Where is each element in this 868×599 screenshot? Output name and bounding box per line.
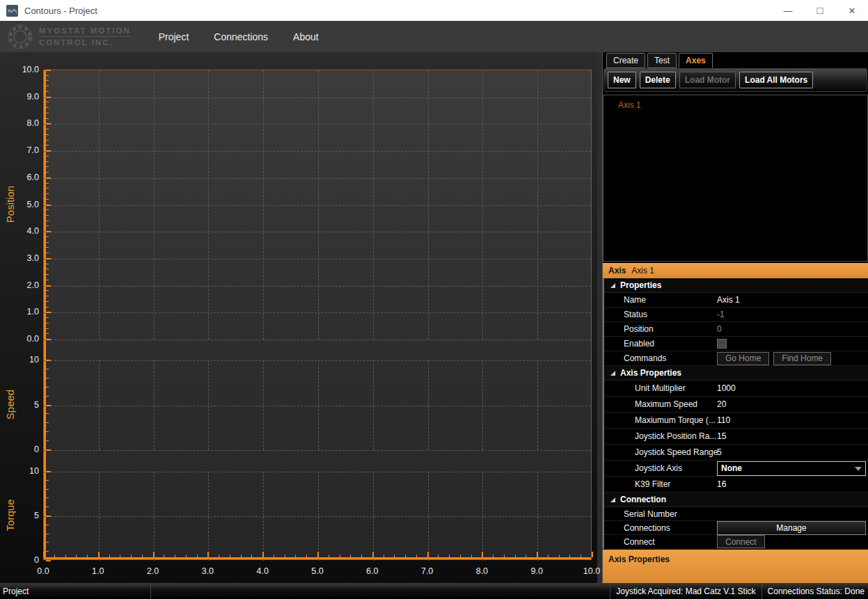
property-label-k39-filter: K39 Filter <box>604 479 670 489</box>
x-tick <box>438 554 439 557</box>
menu-item-about[interactable]: About <box>283 27 329 47</box>
x-tick <box>87 554 88 557</box>
app-window: Contours - Project — □ ✕ MYOSTAT MOTION … <box>0 0 868 599</box>
chart-region: 10.09.08.07.06.05.04.03.02.01.00.0Positi… <box>0 52 597 583</box>
selection-header: Axis Axis 1 <box>603 263 868 278</box>
menu-item-project[interactable]: Project <box>149 27 199 47</box>
y-tick <box>46 506 49 507</box>
gridline <box>373 472 374 561</box>
property-value-serial-number[interactable] <box>717 507 866 520</box>
x-tick-label: 7.0 <box>412 566 443 576</box>
enabled-checkbox[interactable] <box>717 339 727 349</box>
property-label-position: Position <box>604 324 654 334</box>
property-value-name[interactable]: Axis 1 <box>717 293 866 307</box>
manage-button[interactable]: Manage <box>717 521 866 535</box>
property-label-enabled: Enabled <box>604 339 654 349</box>
property-label-joystick-speed-range: Joystick Speed Range <box>604 447 718 457</box>
y-tick <box>46 312 51 313</box>
y-tick <box>46 253 49 253</box>
gridline <box>208 360 209 450</box>
gridline <box>44 406 591 406</box>
property-row-serial-number: Serial Number <box>604 507 868 521</box>
y-tick <box>46 387 49 388</box>
y-tick <box>46 328 49 329</box>
y-tick <box>46 339 51 340</box>
y-tick <box>46 280 49 280</box>
property-row-maxiumum-torque: Maxiumum Torque (...110 <box>604 413 868 429</box>
property-label-commands: Commands <box>604 353 666 363</box>
y-tick <box>46 231 51 232</box>
gridline <box>44 97 591 98</box>
gear-logo-icon <box>7 24 33 50</box>
menu-item-connections[interactable]: Connections <box>204 27 278 47</box>
gridline <box>428 360 429 450</box>
joystick-axis-dropdown[interactable]: None <box>717 461 866 476</box>
property-value-maxiumum-torque[interactable]: 110 <box>717 413 866 428</box>
x-tick <box>449 554 450 557</box>
x-tick <box>120 554 120 557</box>
tab-test[interactable]: Test <box>647 53 677 68</box>
value-readonly: -1 <box>717 310 725 319</box>
close-button[interactable]: ✕ <box>836 0 868 21</box>
menu-items: ProjectConnectionsAbout <box>149 27 334 47</box>
axis-list[interactable]: Axis 1 <box>603 95 868 262</box>
minimize-button[interactable]: — <box>772 0 804 21</box>
property-label-joystick-position-ra: Joystick Position Ra... <box>604 431 716 441</box>
gridline <box>44 259 591 259</box>
maximize-button[interactable]: □ <box>804 0 836 21</box>
connect-button: Connect <box>717 535 765 548</box>
panel-splitter[interactable] <box>597 52 603 583</box>
x-tick <box>350 554 351 557</box>
x-tick <box>515 554 516 557</box>
selection-category: Axis <box>608 266 626 275</box>
property-value-joystick-speed-range[interactable]: 5 <box>717 445 866 460</box>
y-tick <box>46 317 49 318</box>
find-home-button: Find Home <box>773 352 831 365</box>
x-tick <box>197 554 198 557</box>
tab-axes[interactable]: Axes <box>679 53 713 68</box>
section-header-connection[interactable]: Connection <box>604 493 868 507</box>
value-text: 15 <box>717 431 726 441</box>
y-tick <box>46 97 51 98</box>
y-tick <box>46 551 49 552</box>
titlebar: Contours - Project — □ ✕ <box>0 0 868 21</box>
y-tick <box>46 225 49 226</box>
property-value-status: -1 <box>717 308 866 321</box>
gridline <box>99 360 100 450</box>
x-tick-label: 9.0 <box>521 566 552 576</box>
property-value-unit-multiplier[interactable]: 1000 <box>717 381 866 396</box>
load-all-motors-button[interactable]: Load All Motors <box>739 72 813 88</box>
x-tick-label: 10.0 <box>576 566 607 576</box>
section-header-axis-properties[interactable]: Axis Properties <box>604 366 868 381</box>
x-tick <box>142 554 143 557</box>
x-tick-label: 1.0 <box>83 566 113 576</box>
gridline <box>208 70 209 340</box>
property-value-maximum-speed[interactable]: 20 <box>717 397 866 412</box>
y-tick <box>46 497 49 498</box>
y-tick <box>46 172 49 173</box>
delete-button[interactable]: Delete <box>640 72 676 88</box>
gridline <box>154 360 155 450</box>
y-tick <box>46 369 49 369</box>
list-item-axis-1[interactable]: Axis 1 <box>603 99 867 111</box>
gridline <box>482 360 483 450</box>
tab-create[interactable]: Create <box>606 53 645 68</box>
section-title: Properties <box>620 280 661 290</box>
y-tick-label: 3.0 <box>0 253 39 264</box>
property-value-connect: Connect <box>717 535 866 548</box>
x-tick-label: 0.0 <box>28 566 58 576</box>
property-value-joystick-position-ra[interactable]: 15 <box>717 429 866 444</box>
section-header-properties[interactable]: Properties <box>604 278 868 293</box>
y-tick-label: 0.0 <box>0 333 39 344</box>
x-tick <box>471 554 472 557</box>
y-tick <box>46 285 51 287</box>
x-tick <box>109 554 110 557</box>
x-tick-label: 2.0 <box>138 566 168 576</box>
y-tick <box>46 145 49 145</box>
main-area: 10.09.08.07.06.05.04.03.02.01.00.0Positi… <box>0 52 868 583</box>
property-value-k39-filter[interactable]: 16 <box>717 477 866 492</box>
new-button[interactable]: New <box>608 72 636 88</box>
x-tick <box>361 554 362 557</box>
value-text: Axis 1 <box>717 295 740 305</box>
gridline <box>44 516 591 517</box>
